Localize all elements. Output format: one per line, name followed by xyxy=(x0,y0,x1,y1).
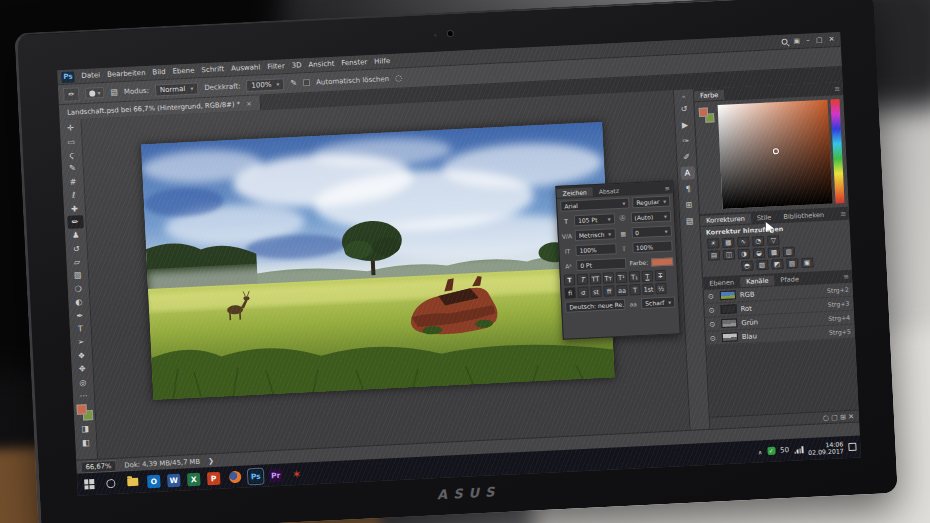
posterize-icon[interactable]: ▨ xyxy=(756,260,768,271)
layer-comps-panel-icon[interactable]: ▤ xyxy=(682,214,697,228)
shape-tool[interactable]: ❖ xyxy=(73,349,90,363)
tracking-select[interactable]: 0▾ xyxy=(631,225,672,238)
brush-settings-panel-icon[interactable]: ✐ xyxy=(679,150,694,164)
blur-tool[interactable]: ❍ xyxy=(70,282,87,296)
ot-oldstyle-button[interactable]: aa xyxy=(616,285,628,297)
excel-button[interactable]: X xyxy=(187,472,201,486)
text-color-swatch[interactable] xyxy=(651,257,673,266)
smoothing-icon[interactable]: ◌ xyxy=(395,73,402,82)
color-swatches[interactable] xyxy=(76,404,93,421)
pressure-opacity-icon[interactable]: ✎ xyxy=(290,79,297,88)
edit-toolbar-icon[interactable]: ⋯ xyxy=(75,389,92,403)
photoshop-taskbar-button[interactable]: Ps xyxy=(249,469,263,483)
tab-pfade[interactable]: Pfade xyxy=(774,273,805,284)
menu-datei[interactable]: Datei xyxy=(81,71,100,80)
clone-source-panel-icon[interactable]: ✑ xyxy=(679,134,694,148)
tab-absatz[interactable]: Absatz xyxy=(593,185,626,196)
close-tab-icon[interactable]: × xyxy=(246,99,252,107)
menu-3d[interactable]: 3D xyxy=(291,61,301,69)
network-signal-icon[interactable] xyxy=(794,446,803,453)
start-button[interactable] xyxy=(81,476,97,492)
ot-titling-button[interactable]: T xyxy=(629,284,641,296)
gradient-tool[interactable]: ▧ xyxy=(69,268,86,282)
threshold-icon[interactable]: ◩ xyxy=(771,259,783,270)
canvas-area[interactable]: Zeichen Absatz ≡ Arial▾ Regular▾ 𝐓 105 P… xyxy=(82,90,690,459)
brush-preset-picker[interactable]: ▾ xyxy=(85,87,105,99)
horizontal-scale-field[interactable]: 100% xyxy=(632,240,673,253)
font-size-select[interactable]: 105 Pt▾ xyxy=(574,213,615,226)
underline-button[interactable]: T xyxy=(642,270,654,282)
visibility-eye-icon[interactable]: ⊙ xyxy=(708,306,716,314)
eraser-tool[interactable]: ▱ xyxy=(69,255,86,269)
path-selection-tool[interactable]: ➢ xyxy=(73,335,90,349)
superscript-button[interactable]: T¹ xyxy=(616,272,628,284)
clone-stamp-tool[interactable]: ♟ xyxy=(67,228,84,242)
hue-slider[interactable] xyxy=(830,99,844,203)
color-lookup-icon[interactable]: ▥ xyxy=(783,246,795,257)
black-white-icon[interactable]: ◑ xyxy=(738,249,750,260)
cortana-button[interactable] xyxy=(103,475,119,491)
antialias-select[interactable]: Scharf▾ xyxy=(641,296,675,309)
zoom-tool[interactable]: ◎ xyxy=(75,375,92,389)
search-icon[interactable] xyxy=(781,39,787,45)
menu-bild[interactable]: Bild xyxy=(152,68,166,77)
dodge-tool[interactable]: ◐ xyxy=(71,295,88,309)
saturation-brightness-picker[interactable] xyxy=(718,100,833,209)
faux-bold-button[interactable]: T xyxy=(564,274,576,286)
font-family-select[interactable]: Arial▾ xyxy=(560,197,629,211)
photo-filter-icon[interactable]: ◒ xyxy=(753,248,765,259)
baseline-field[interactable]: 0 Pt xyxy=(576,258,627,271)
collapse-panels-icon[interactable]: « xyxy=(682,93,686,100)
screen-mode-icon[interactable]: ◧ xyxy=(78,436,95,450)
tray-chevron-icon[interactable]: ∧ xyxy=(758,448,763,455)
font-style-select[interactable]: Regular▾ xyxy=(632,195,670,208)
zoom-level-field[interactable]: 66,67% xyxy=(80,459,116,473)
language-select[interactable]: Deutsch: neue Re...▾ xyxy=(565,299,625,313)
visibility-eye-icon[interactable]: ⊙ xyxy=(708,292,716,300)
glyphs-panel-icon[interactable]: ⊞ xyxy=(682,198,697,212)
curves-icon[interactable]: ∿ xyxy=(737,237,749,248)
leading-select[interactable]: (Auto)▾ xyxy=(630,210,671,223)
opacity-select[interactable]: 100%▾ xyxy=(246,78,285,92)
type-tool[interactable]: T xyxy=(72,322,89,336)
move-tool[interactable]: ✛ xyxy=(62,121,79,135)
panel-menu-icon[interactable]: ≡ xyxy=(664,184,672,191)
tab-zeichen[interactable]: Zeichen xyxy=(556,187,592,198)
ot-fractions-button[interactable]: ½ xyxy=(655,283,667,295)
action-center-icon[interactable] xyxy=(848,443,856,451)
invert-icon[interactable]: ◓ xyxy=(741,261,753,272)
pen-tool[interactable]: ✒ xyxy=(71,309,88,323)
color-panel-swatches[interactable] xyxy=(699,105,720,210)
tray-number[interactable]: 50 xyxy=(780,446,789,454)
crop-tool[interactable]: # xyxy=(65,175,82,189)
eyedropper-tool[interactable]: ℓ xyxy=(65,188,82,202)
healing-brush-tool[interactable]: ✚ xyxy=(66,202,83,216)
hue-saturation-icon[interactable]: ▤ xyxy=(708,250,720,261)
menu-ebene[interactable]: Ebene xyxy=(172,67,194,76)
menu-schrift[interactable]: Schrift xyxy=(201,65,224,74)
marquee-tool[interactable]: ▭ xyxy=(63,135,80,149)
channel-mixer-icon[interactable]: ▩ xyxy=(768,247,780,258)
kerning-select[interactable]: Metrisch▾ xyxy=(575,228,616,241)
all-caps-button[interactable]: TT xyxy=(590,273,602,285)
vibrance-icon[interactable]: ▽ xyxy=(767,235,779,246)
tab-farbe[interactable]: Farbe xyxy=(694,89,725,100)
faux-italic-button[interactable]: T xyxy=(577,274,589,286)
paragraph-panel-icon[interactable]: ¶ xyxy=(681,182,696,196)
tab-ebenen[interactable]: Ebenen xyxy=(703,277,740,289)
pencil-tool-preset-icon[interactable]: ✏ xyxy=(63,87,80,102)
visibility-eye-icon[interactable]: ⊙ xyxy=(710,334,718,342)
blend-mode-select[interactable]: Normal▾ xyxy=(155,82,199,96)
menu-ansicht[interactable]: Ansicht xyxy=(308,60,334,69)
outlook-button[interactable]: O xyxy=(147,474,161,488)
ot-alternates-button[interactable]: ﬀ xyxy=(603,285,615,297)
panel-menu-icon[interactable]: ≡ xyxy=(840,209,849,217)
premiere-button[interactable]: Pr xyxy=(269,468,283,482)
quick-selection-tool[interactable]: ✎ xyxy=(64,161,81,175)
powerpoint-button[interactable]: P xyxy=(207,471,221,485)
small-caps-button[interactable]: Tᴛ xyxy=(603,272,615,284)
menu-fenster[interactable]: Fenster xyxy=(341,58,367,67)
levels-icon[interactable]: ▦ xyxy=(722,237,734,248)
gradient-map-icon[interactable]: ▧ xyxy=(786,258,798,269)
tab-korrekturen[interactable]: Korrekturen xyxy=(700,213,751,225)
